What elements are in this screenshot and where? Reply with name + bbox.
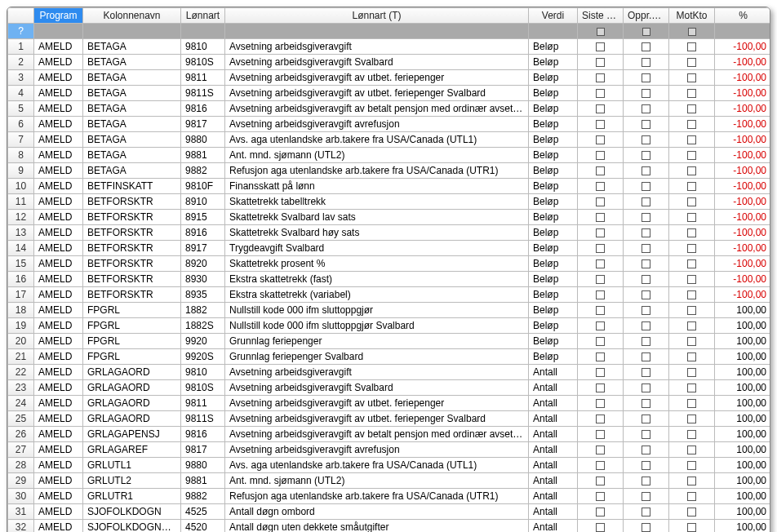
cell-lonnart-t[interactable]: Grunnlag feriepenger (225, 334, 529, 349)
cell-program[interactable]: AMELD (34, 55, 83, 70)
cell-lonnart[interactable]: 4520 (181, 520, 225, 533)
cell-kolonnenavn[interactable]: FPGRL (83, 318, 181, 334)
cell-motkto-checkbox[interactable] (669, 303, 715, 318)
cell-oppr-per-checkbox[interactable] (624, 442, 669, 458)
table-row[interactable]: 23AMELDGRLAGAORD9810SAvsetning arbeidsgi… (8, 380, 771, 396)
cell-siste-per-checkbox[interactable] (578, 210, 624, 225)
row-number[interactable]: 12 (8, 210, 34, 225)
cell-oppr-per-checkbox[interactable] (624, 303, 669, 318)
row-number[interactable]: 2 (8, 55, 34, 70)
cell-kolonnenavn[interactable]: BETFORSKTR (83, 241, 181, 256)
cell-pct[interactable]: 100,00 (715, 489, 771, 504)
cell-motkto-checkbox[interactable] (669, 489, 715, 504)
filter-program[interactable] (34, 24, 83, 39)
cell-program[interactable]: AMELD (34, 396, 83, 411)
cell-kolonnenavn[interactable]: FPGRL (83, 303, 181, 318)
filter-verdi[interactable] (529, 24, 578, 39)
cell-motkto-checkbox[interactable] (669, 210, 715, 225)
cell-motkto-checkbox[interactable] (669, 55, 715, 70)
cell-pct[interactable]: 100,00 (715, 365, 771, 380)
cell-kolonnenavn[interactable]: FPGRL (83, 349, 181, 365)
cell-verdi[interactable]: Beløp (529, 349, 578, 365)
filter-rownum[interactable]: ? (8, 24, 34, 39)
data-grid[interactable]: Program Kolonnenavn Lønnart Lønnart (T) … (7, 7, 770, 532)
cell-lonnart[interactable]: 9811 (181, 396, 225, 411)
table-row[interactable]: 19AMELDFPGRL1882SNullstill kode 000 ifm … (8, 318, 771, 334)
cell-program[interactable]: AMELD (34, 272, 83, 287)
header-siste-per[interactable]: Siste per. (578, 8, 624, 24)
cell-lonnart[interactable]: 9882 (181, 163, 225, 179)
cell-pct[interactable]: -100,00 (715, 256, 771, 272)
cell-verdi[interactable]: Beløp (529, 163, 578, 179)
row-number[interactable]: 32 (8, 520, 34, 533)
cell-oppr-per-checkbox[interactable] (624, 458, 669, 473)
cell-oppr-per-checkbox[interactable] (624, 210, 669, 225)
cell-kolonnenavn[interactable]: BETFORSKTR (83, 287, 181, 303)
cell-pct[interactable]: 100,00 (715, 520, 771, 533)
cell-siste-per-checkbox[interactable] (578, 55, 624, 70)
cell-motkto-checkbox[interactable] (669, 272, 715, 287)
cell-kolonnenavn[interactable]: BETFORSKTR (83, 225, 181, 241)
cell-pct[interactable]: -100,00 (715, 210, 771, 225)
cell-program[interactable]: AMELD (34, 225, 83, 241)
row-number[interactable]: 9 (8, 163, 34, 179)
cell-siste-per-checkbox[interactable] (578, 132, 624, 148)
cell-lonnart-t[interactable]: Avsetning arbeidsgiveravgift avrefusjon (225, 117, 529, 132)
cell-pct[interactable]: 100,00 (715, 442, 771, 458)
table-row[interactable]: 3AMELDBETAGA9811Avsetning arbeidsgiverav… (8, 70, 771, 86)
cell-lonnart[interactable]: 1882S (181, 318, 225, 334)
cell-verdi[interactable]: Beløp (529, 39, 578, 55)
cell-siste-per-checkbox[interactable] (578, 241, 624, 256)
cell-oppr-per-checkbox[interactable] (624, 101, 669, 117)
cell-oppr-per-checkbox[interactable] (624, 473, 669, 489)
row-number[interactable]: 28 (8, 458, 34, 473)
cell-lonnart-t[interactable]: Refusjon aga utenlandske arb.takere fra … (225, 489, 529, 504)
filter-pct[interactable] (715, 24, 771, 39)
cell-program[interactable]: AMELD (34, 163, 83, 179)
cell-kolonnenavn[interactable]: GRLAGAORD (83, 380, 181, 396)
table-row[interactable]: 11AMELDBETFORSKTR8910Skattetrekk tabellt… (8, 194, 771, 210)
row-number[interactable]: 24 (8, 396, 34, 411)
cell-program[interactable]: AMELD (34, 241, 83, 256)
table-row[interactable]: 1AMELDBETAGA9810Avsetning arbeidsgiverav… (8, 39, 771, 55)
cell-verdi[interactable]: Beløp (529, 70, 578, 86)
cell-oppr-per-checkbox[interactable] (624, 179, 669, 194)
table-row[interactable]: 31AMELDSJOFOLKDOGN4525Antall døgn ombord… (8, 504, 771, 520)
filter-row[interactable]: ? (8, 24, 771, 39)
cell-lonnart-t[interactable]: Skattetrekk Svalbard høy sats (225, 225, 529, 241)
cell-lonnart[interactable]: 8920 (181, 256, 225, 272)
cell-motkto-checkbox[interactable] (669, 504, 715, 520)
cell-lonnart[interactable]: 9920 (181, 334, 225, 349)
cell-pct[interactable]: -100,00 (715, 272, 771, 287)
cell-motkto-checkbox[interactable] (669, 39, 715, 55)
cell-verdi[interactable]: Beløp (529, 55, 578, 70)
table-row[interactable]: 6AMELDBETAGA9817Avsetning arbeidsgiverav… (8, 117, 771, 132)
cell-kolonnenavn[interactable]: BETAGA (83, 86, 181, 101)
cell-motkto-checkbox[interactable] (669, 163, 715, 179)
cell-verdi[interactable]: Antall (529, 380, 578, 396)
cell-pct[interactable]: 100,00 (715, 349, 771, 365)
cell-siste-per-checkbox[interactable] (578, 504, 624, 520)
cell-lonnart[interactable]: 9811 (181, 70, 225, 86)
header-pct[interactable]: % (715, 8, 771, 24)
cell-program[interactable]: AMELD (34, 458, 83, 473)
cell-lonnart-t[interactable]: Ekstra skattetrekk (variabel) (225, 287, 529, 303)
cell-verdi[interactable]: Antall (529, 489, 578, 504)
header-verdi[interactable]: Verdi (529, 8, 578, 24)
cell-lonnart-t[interactable]: Grunnlag feriepenger Svalbard (225, 349, 529, 365)
table-row[interactable]: 8AMELDBETAGA9881Ant. mnd. sjømann (UTL2)… (8, 148, 771, 163)
row-number[interactable]: 15 (8, 256, 34, 272)
cell-lonnart[interactable]: 8935 (181, 287, 225, 303)
table-row[interactable]: 29AMELDGRLUTL29881Ant. mnd. sjømann (UTL… (8, 473, 771, 489)
cell-verdi[interactable]: Beløp (529, 225, 578, 241)
cell-pct[interactable]: 100,00 (715, 380, 771, 396)
filter-lonnart[interactable] (181, 24, 225, 39)
table-row[interactable]: 28AMELDGRLUTL19880Avs. aga utenlandske a… (8, 458, 771, 473)
cell-kolonnenavn[interactable]: BETFORSKTR (83, 194, 181, 210)
cell-lonnart[interactable]: 9920S (181, 349, 225, 365)
cell-pct[interactable]: -100,00 (715, 148, 771, 163)
cell-siste-per-checkbox[interactable] (578, 86, 624, 101)
row-number[interactable]: 27 (8, 442, 34, 458)
cell-kolonnenavn[interactable]: BETAGA (83, 163, 181, 179)
filter-oppr-per[interactable] (624, 24, 669, 39)
